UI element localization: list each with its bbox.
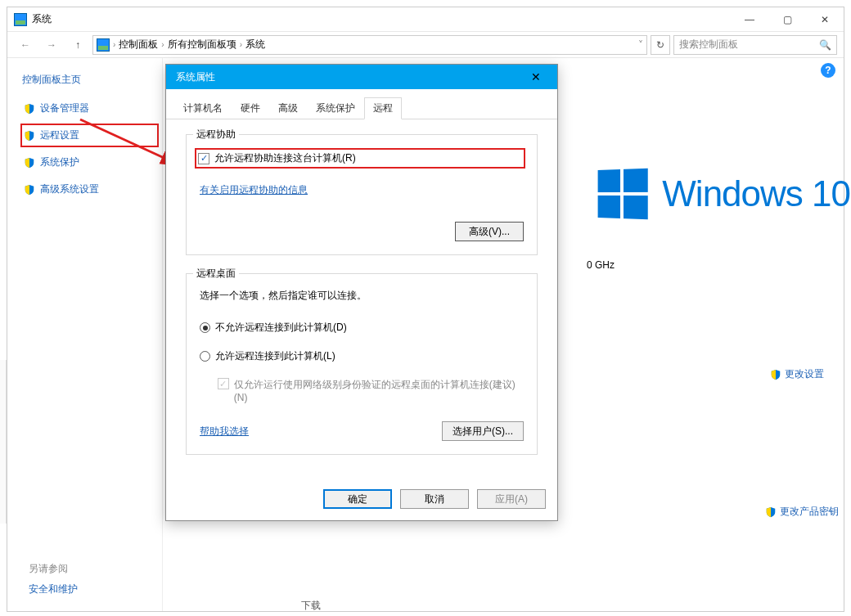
windows10-logo: Windows 10 [597,169,850,218]
change-settings-label: 更改设置 [785,367,824,381]
search-input[interactable]: 搜索控制面板 🔍 [673,35,837,55]
sidebar-item-label: 设备管理器 [40,101,89,115]
radio-icon [200,351,210,362]
change-settings-link[interactable]: 更改设置 [770,367,824,381]
address-dropdown[interactable]: ˅ [638,39,643,51]
ra-group-title: 远程协助 [193,128,239,142]
left-edge-strip [0,360,7,524]
see-also-label: 另请参阅 [29,562,78,576]
dialog-content: 远程协助 ✓ 允许远程协助连接这台计算机(R) 有关启用远程协助的信息 高级(V… [166,119,557,489]
allow-remote-assistance-checkbox[interactable]: ✓ 允许远程协助连接这台计算机(R) [196,150,524,167]
address-bar[interactable]: › 控制面板 › 所有控制面板项 › 系统 ˅ [92,35,647,55]
crumb-sep-icon: › [240,40,242,49]
cancel-button[interactable]: 取消 [400,489,469,509]
breadcrumb[interactable]: 系统 [245,38,265,52]
remote-desktop-group: 远程桌面 选择一个选项，然后指定谁可以连接。 不允许远程连接到此计算机(D) 允… [186,273,538,455]
ok-button[interactable]: 确定 [323,489,392,509]
rd-radio-deny[interactable]: 不允许远程连接到此计算机(D) [200,321,524,335]
shield-icon [24,103,35,115]
shield-icon [24,130,35,142]
shield-icon [770,369,781,380]
dialog-close-button[interactable]: ✕ [525,67,547,87]
dialog-tabs: 计算机名 硬件 高级 系统保护 远程 [166,92,557,119]
rd-radio2-label: 允许远程连接到此计算机(L) [215,349,335,363]
system-properties-dialog: 系统属性 ✕ 计算机名 硬件 高级 系统保护 远程 远程协助 ✓ 允许远程协助连… [165,64,558,521]
rd-help-link[interactable]: 帮助我选择 [200,425,249,438]
sidebar-item-label: 高级系统设置 [40,182,99,196]
sidebar-item-device-manager[interactable]: 设备管理器 [22,98,157,119]
shield-icon [765,506,777,518]
checkbox-icon: ✓ [218,378,229,389]
sidebar-heading[interactable]: 控制面板主页 [22,73,157,87]
sidebar-item-remote-settings[interactable]: 远程设置 [22,125,157,146]
sidebar: 控制面板主页 设备管理器 远程设置 系统保护 高级系统设置 另请参阅 安全和维护 [7,58,163,611]
change-product-key-link[interactable]: 更改产品密钥 [765,505,839,519]
sidebar-item-advanced-settings[interactable]: 高级系统设置 [22,179,157,200]
nav-back[interactable]: ← [14,34,37,56]
window-buttons: — ▢ ✕ [731,7,844,32]
address-icon [97,38,110,52]
tab-system-protection[interactable]: 系统保护 [307,97,364,119]
taskbar-download: 下载 [301,599,321,613]
remote-assistance-group: 远程协助 ✓ 允许远程协助连接这台计算机(R) 有关启用远程协助的信息 高级(V… [186,134,538,255]
tab-computer-name[interactable]: 计算机名 [174,97,232,119]
rd-radio-allow[interactable]: 允许远程连接到此计算机(L) [200,349,524,363]
close-button[interactable]: ✕ [806,7,844,32]
apply-button[interactable]: 应用(A) [477,489,546,509]
processor-speed: 0 GHz [587,259,615,271]
ra-info-link[interactable]: 有关启用远程协助的信息 [200,184,308,196]
refresh-button[interactable]: ↻ [651,35,670,55]
ra-advanced-button[interactable]: 高级(V)... [455,222,524,241]
minimize-button[interactable]: — [731,7,768,32]
rd-nla-checkbox: ✓ 仅允许运行使用网络级别身份验证的远程桌面的计算机连接(建议)(N) [218,378,524,403]
shield-icon [24,184,35,196]
dialog-titlebar[interactable]: 系统属性 ✕ [166,65,557,89]
tab-remote[interactable]: 远程 [364,97,402,119]
titlebar: 系统 — ▢ ✕ [7,7,844,32]
dialog-title: 系统属性 [176,70,215,84]
search-placeholder: 搜索控制面板 [679,38,738,52]
dialog-buttons: 确定 取消 应用(A) [166,489,557,520]
help-icon[interactable]: ? [821,63,835,78]
nav-forward[interactable]: → [40,34,63,56]
security-maintenance-link[interactable]: 安全和维护 [29,582,78,596]
change-key-label: 更改产品密钥 [780,505,839,519]
checkbox-icon: ✓ [198,153,209,164]
shield-icon [24,157,35,169]
sidebar-item-label: 远程设置 [40,128,79,142]
sidebar-footer: 另请参阅 安全和维护 [29,562,78,596]
navbar: ← → ↑ › 控制面板 › 所有控制面板项 › 系统 ˅ ↻ 搜索控制面板 🔍 [7,32,844,58]
crumb-sep-icon: › [113,40,115,49]
crumb-sep-icon: › [161,40,164,49]
system-icon [14,13,27,26]
select-users-button[interactable]: 选择用户(S)... [442,421,524,441]
windows10-text: Windows 10 [662,173,850,214]
maximize-button[interactable]: ▢ [768,7,806,32]
radio-icon [200,322,210,333]
tab-advanced[interactable]: 高级 [269,97,307,119]
rd-radio1-label: 不允许远程连接到此计算机(D) [215,321,347,335]
nav-up[interactable]: ↑ [66,34,89,56]
tab-hardware[interactable]: 硬件 [232,97,269,119]
rd-subchk-label: 仅允许运行使用网络级别身份验证的远程桌面的计算机连接(建议)(N) [234,378,524,403]
breadcrumb[interactable]: 所有控制面板项 [168,38,236,52]
search-icon: 🔍 [819,39,831,51]
breadcrumb[interactable]: 控制面板 [119,38,158,52]
sidebar-item-system-protection[interactable]: 系统保护 [22,152,157,173]
windows-logo-icon [598,169,648,219]
sidebar-item-label: 系统保护 [40,155,79,169]
rd-group-title: 远程桌面 [193,267,239,281]
rd-intro-text: 选择一个选项，然后指定谁可以连接。 [200,289,524,303]
window-title: 系统 [32,12,52,26]
ra-checkbox-label: 允许远程协助连接这台计算机(R) [214,151,356,165]
